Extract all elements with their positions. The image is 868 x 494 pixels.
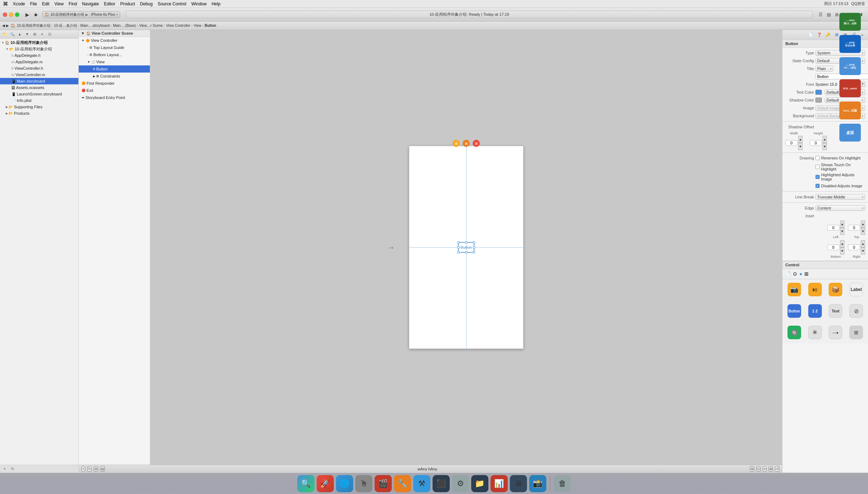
object-spinner[interactable]: ✳ [805,324,825,341]
canvas-fit-btn[interactable]: ▤ [100,466,105,471]
desktop-item-ksi[interactable]: KSI...aster [834,78,866,99]
desktop-item-xlsx[interactable]: ….xlsx第13…业班 [834,11,866,32]
object-toggle[interactable]: 🔘 [785,324,804,341]
lib-tab-page[interactable]: 📄 [785,271,791,277]
scheme-selector[interactable]: 🏠 10-应用程序对象介绍 ▶ iPhone 6s Plus ▾ [42,11,120,18]
nav-search-btn[interactable]: 🔍 [9,31,15,38]
tree-item-main-storyboard[interactable]: 📱 Main.storyboard [0,78,78,84]
height-stepper[interactable]: ▲ ▼ [810,136,827,150]
size-class-label[interactable]: wAny hAny [107,467,748,471]
menu-editor[interactable]: Editor [104,1,115,6]
desktop-item-zhuomian[interactable]: 桌面 [834,122,866,143]
tree-item-viewcontroller-h[interactable]: h ViewController.h [0,65,78,71]
menu-view[interactable]: View [54,1,64,6]
lib-tab-square[interactable]: ⊞ [804,271,809,277]
outline-item-top-layout[interactable]: - ⊞ Top Layout Guide [79,44,150,51]
dock-finder[interactable]: 🔍 [297,475,314,492]
dock-trash[interactable]: 🗑 [554,475,571,492]
exit-icon[interactable]: ⊞ [473,140,480,147]
dock-settings[interactable]: ⚙ [452,475,469,492]
dock-mouse[interactable]: 🖱 [355,475,372,492]
breadcrumb-item-6[interactable]: View [194,24,201,28]
embed-in-btn[interactable]: ⊠ [769,466,773,471]
dock-terminal[interactable]: ⬛ [433,475,450,492]
dock-xcode[interactable]: ⚒ [413,475,430,492]
outline-item-button[interactable]: B Button [79,65,150,73]
menu-debug[interactable]: Debug [140,1,152,6]
object-media-player[interactable]: ⏯ [805,281,825,298]
tree-project-root[interactable]: ▼ 🏠 10-应用程序对象介绍 [0,39,78,46]
shadow-height-down[interactable]: ▼ [823,143,827,150]
shadow-color-swatch[interactable] [815,98,822,103]
desktop-item-ios[interactable]: ios1...试题 [834,100,866,121]
menu-find[interactable]: Find [69,1,77,6]
button-element[interactable]: Button [458,242,474,253]
nav-sort-btn[interactable]: ▼ [24,31,30,38]
outline-item-view[interactable]: ▼ ⬜ View [79,58,150,65]
nav-refresh-btn[interactable]: ↻ [9,466,16,472]
tree-group-supporting[interactable]: ▶ 📂 Supporting Files [0,104,78,110]
breadcrumb-item-0[interactable]: 10-应用程序对象介绍 [17,23,50,28]
resolve-btn[interactable]: ≡ [763,466,766,471]
inspector-id-tab[interactable]: 🔑 [824,31,832,39]
apple-menu[interactable]: ⌘ [3,1,8,7]
navigator-toggle[interactable]: ☰ [817,11,824,18]
refresh-btn[interactable]: ↺ [775,466,779,471]
outline-item-first-responder[interactable]: 🟠 First Responder [79,80,150,87]
breadcrumb-item-3[interactable]: Main….(Base) [113,24,136,28]
breadcrumb-item-4[interactable]: View…r Scene [139,24,163,28]
stop-button[interactable]: ■ [32,11,39,18]
run-button[interactable]: ▶ [24,11,31,18]
dock-launchpad[interactable]: 🚀 [317,475,334,492]
dock-powerpoint[interactable]: 📊 [491,475,508,492]
breadcrumb-item-5[interactable]: View Controller [166,24,190,28]
add-constraint-btn[interactable]: + [82,466,85,471]
breadcrumb-item-1[interactable]: 10-应…条介绍 [54,23,77,28]
tree-item-viewcontroller-m[interactable]: m ViewController.m [0,71,78,78]
disabled-checkbox[interactable]: ✓ [815,184,820,188]
nav-add-btn[interactable]: + [1,466,8,472]
shadow-height-input[interactable] [810,140,822,146]
nav-folder-btn[interactable]: 📁 [1,31,8,38]
shadow-width-input[interactable] [785,140,798,146]
outline-item-exit[interactable]: 🔴 Exit [79,87,150,94]
breadcrumb-item-2[interactable]: Main….storyboard [81,24,110,28]
minimize-button[interactable] [9,13,13,17]
tree-group-main[interactable]: ▼ 📂 10-应用程序对象介绍 [0,46,78,52]
canvas-wrapper[interactable]: → ⊞ ⊞ ⊞ [150,30,782,465]
constraint-btn[interactable]: ⊡ [756,466,761,471]
tree-item-launch-storyboard[interactable]: 📱 LaunchScreen.storyboard [0,91,78,97]
text-color-swatch[interactable] [815,90,822,95]
dock-media[interactable]: 🎬 [375,475,392,492]
shadow-height-up[interactable]: ▲ [823,136,827,143]
bottom-grid-btn[interactable]: ⊞ [750,466,754,471]
menu-file[interactable]: File [30,1,37,6]
nav-extra-btn[interactable]: ⊡ [47,31,53,38]
menu-window[interactable]: Window [191,1,207,6]
object-segment[interactable]: 1 2 [805,303,825,320]
tree-item-assets[interactable]: 🖼 Assets.xcassets [0,84,78,91]
dock-screen-capture[interactable]: 📸 [529,475,546,492]
dock-xcode-tools[interactable]: 🔧 [394,475,411,492]
storyboard-scene[interactable]: ⊞ ⊞ ⊞ [409,146,523,349]
dock-files[interactable]: 📁 [471,475,488,492]
nav-filter-btn[interactable]: ▲ [16,31,23,38]
nav-grid-btn[interactable]: ⊞ [31,31,38,38]
menu-product[interactable]: Product [120,1,135,6]
desktop-item-png2[interactable]: ….png07--（优化 [834,56,866,76]
breadcrumb-item-7[interactable]: Button [205,24,216,28]
lib-tab-active[interactable]: ● [799,271,802,277]
nav-list-btn[interactable]: ≡ [39,31,45,38]
viewcontroller-icon[interactable]: ⊞ [453,140,460,147]
close-button[interactable] [3,13,7,17]
menu-source-control[interactable]: Source Control [158,1,186,6]
shows-touch-checkbox[interactable] [815,165,820,169]
inspector-file-tab[interactable]: 📄 [807,31,814,39]
outline-item-storyboard-entry[interactable]: ➡ Storyboard Entry Point [79,94,150,101]
tree-item-appdelegate-m[interactable]: m AppDelegate.m [0,59,78,65]
inspector-help-tab[interactable]: ❓ [816,31,823,39]
title-type-select[interactable]: Plain ▾ [815,66,833,71]
width-stepper[interactable]: ▲ ▼ [785,136,803,150]
menu-navigate[interactable]: Navigate [82,1,99,6]
dock-monitor[interactable]: 🖥 [510,475,527,492]
